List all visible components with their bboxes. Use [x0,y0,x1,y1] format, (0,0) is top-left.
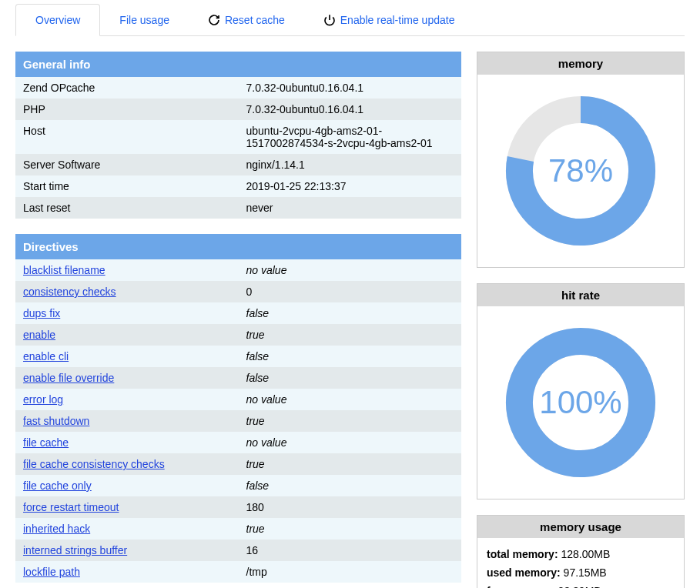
memory-usage-total: total memory: 128.00MB [487,546,675,564]
gi-zend-k: Zend OPcache [15,77,239,99]
table-row: lockfile path/tmp [15,561,461,583]
tabs-bar: Overview File usage Reset cache Enable r… [15,0,685,36]
memory-percent-label: 78% [548,152,613,189]
table-row: enable clifalse [15,346,461,367]
table-row: error logno value [15,389,461,410]
directive-value: true [239,453,462,475]
table-row: consistency checks0 [15,281,461,302]
table-row: file cache onlyfalse [15,475,461,496]
tab-enable-realtime-label: Enable real-time update [340,14,455,26]
table-row: Server Software nginx/1.14.1 [15,154,461,175]
directives-table: blacklist filenameno valueconsistency ch… [15,259,461,583]
directive-link[interactable]: error log [23,393,63,406]
directive-key: inherited hack [15,518,239,540]
directive-value: false [239,302,462,324]
directive-key: fast shutdown [15,410,239,432]
directive-link[interactable]: file cache only [23,479,92,492]
directive-key: blacklist filename [15,259,239,281]
directive-link[interactable]: inherited hack [23,523,90,535]
directive-key: force restart timeout [15,496,239,518]
directive-value: 0 [239,281,462,302]
tab-file-usage[interactable]: File usage [100,4,189,35]
memory-usage-used: used memory: 97.15MB [487,564,675,583]
memory-widget: memory 78% [477,52,685,268]
refresh-icon [208,14,220,26]
directive-value: false [239,367,462,389]
tab-overview[interactable]: Overview [15,4,100,36]
hitrate-widget-header: hit rate [477,284,684,306]
mu-free-k: free memory: [487,585,555,588]
memory-donut-chart: 78% [500,90,661,252]
gi-host-k: Host [15,120,239,154]
table-row: Start time 2019-01-25 22:13:37 [15,175,461,197]
gi-php-k: PHP [15,99,239,120]
hitrate-widget: hit rate 100% [477,283,685,499]
directive-value: no value [239,389,462,410]
directive-key: interned strings buffer [15,540,239,561]
directive-link[interactable]: dups fix [23,307,60,319]
gi-start-v: 2019-01-25 22:13:37 [239,175,462,197]
mu-used-v: 97.15MB [561,566,607,579]
directive-link[interactable]: blacklist filename [23,264,106,276]
tab-enable-realtime[interactable]: Enable real-time update [304,4,474,35]
memory-widget-header: memory [477,52,684,75]
mu-total-k: total memory: [487,548,558,560]
directive-key: file cache consistency checks [15,453,239,475]
gi-php-v: 7.0.32-0ubuntu0.16.04.1 [239,99,462,120]
general-info-table: Zend OPcache 7.0.32-0ubuntu0.16.04.1 PHP… [15,77,461,219]
directive-link[interactable]: enable file override [23,372,114,384]
directive-link[interactable]: lockfile path [23,566,80,578]
gi-zend-v: 7.0.32-0ubuntu0.16.04.1 [239,77,462,99]
table-row: file cache consistency checkstrue [15,453,461,475]
gi-server-v: nginx/1.14.1 [239,154,462,175]
mu-free-v: 28.39MB [555,585,601,588]
directive-link[interactable]: file cache consistency checks [23,458,165,470]
table-row: Last reset never [15,197,461,219]
table-row: enable file overridefalse [15,367,461,389]
mu-used-k: used memory: [487,566,561,579]
table-row: dups fixfalse [15,302,461,324]
directive-key: enable file override [15,367,239,389]
directive-key: enable cli [15,346,239,367]
table-row: blacklist filenameno value [15,259,461,281]
table-row: fast shutdowntrue [15,410,461,432]
table-row: Zend OPcache 7.0.32-0ubuntu0.16.04.1 [15,77,461,99]
directive-link[interactable]: interned strings buffer [23,544,127,556]
table-row: force restart timeout180 [15,496,461,518]
directive-key: lockfile path [15,561,239,583]
directive-value: no value [239,432,462,453]
directive-value: no value [239,259,462,281]
directive-key: file cache only [15,475,239,496]
directive-link[interactable]: fast shutdown [23,415,89,427]
memory-usage-header: memory usage [477,516,684,538]
power-icon [323,14,336,26]
table-row: enabletrue [15,324,461,346]
memory-usage-free: free memory: 28.39MB [487,583,675,588]
tab-overview-label: Overview [35,14,80,26]
directive-link[interactable]: enable [23,329,55,341]
directive-link[interactable]: force restart timeout [23,501,119,513]
directive-link[interactable]: file cache [23,436,69,449]
hitrate-percent-label: 100% [539,384,621,421]
directive-key: file cache [15,432,239,453]
directive-key: dups fix [15,302,239,324]
directive-link[interactable]: consistency checks [23,286,116,298]
table-row: Host ubuntu-2vcpu-4gb-ams2-01-1517002874… [15,120,461,154]
table-row: interned strings buffer16 [15,540,461,561]
directives-header: Directives [15,234,461,259]
directive-value: /tmp [239,561,462,583]
memory-usage-widget: memory usage total memory: 128.00MB used… [477,515,685,588]
directive-value: false [239,475,462,496]
gi-host-v: ubuntu-2vcpu-4gb-ams2-01-1517002874534-s… [239,120,462,154]
directive-link[interactable]: enable cli [23,350,69,362]
directive-key: error log [15,389,239,410]
directive-value: 180 [239,496,462,518]
table-row: file cacheno value [15,432,461,453]
gi-start-k: Start time [15,175,239,197]
tab-reset-cache[interactable]: Reset cache [189,4,304,35]
directive-value: true [239,410,462,432]
gi-server-k: Server Software [15,154,239,175]
directive-key: enable [15,324,239,346]
directive-value: true [239,324,462,346]
hitrate-donut-chart: 100% [500,322,661,483]
